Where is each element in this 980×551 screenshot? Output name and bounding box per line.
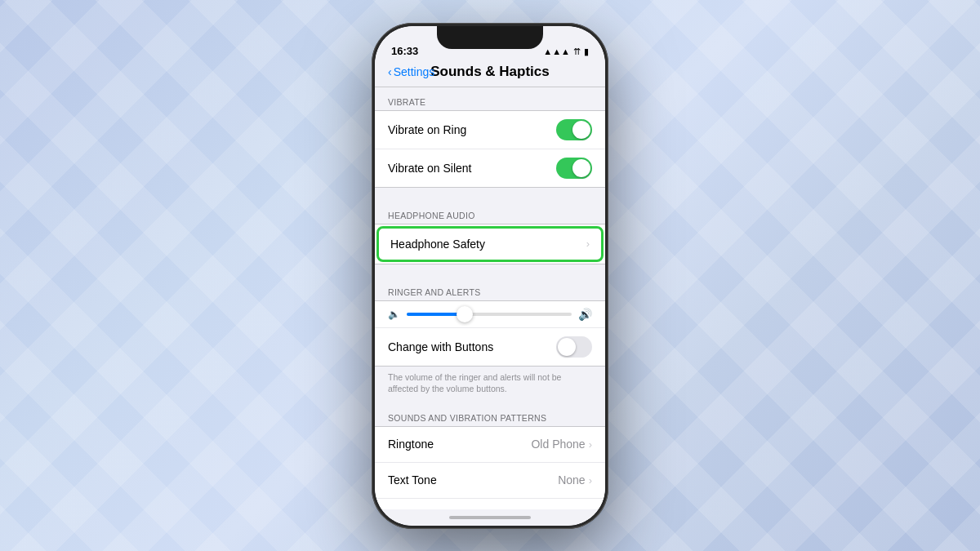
toggle-knob <box>572 121 590 139</box>
sounds-patterns-section: SOUNDS AND VIBRATION PATTERNS Ringtone O… <box>375 403 605 509</box>
status-icons: ▲▲▲ ⇈ ▮ <box>543 47 589 57</box>
change-with-buttons-toggle[interactable] <box>556 336 592 358</box>
home-indicator[interactable] <box>375 509 605 526</box>
toggle-knob-3 <box>558 338 576 356</box>
navigation-bar: ‹ Settings Sounds & Haptics <box>375 62 605 87</box>
ringer-note: The volume of the ringer and alerts will… <box>375 367 605 403</box>
ringtone-chevron: › <box>589 438 592 451</box>
phone-inner: 16:33 ▲▲▲ ⇈ ▮ ‹ Settings Sounds & Haptic… <box>375 26 605 526</box>
phone-device: 16:33 ▲▲▲ ⇈ ▮ ‹ Settings Sounds & Haptic… <box>372 23 608 529</box>
wifi-icon: ⇈ <box>573 47 581 57</box>
headphone-safety-label: Headphone Safety <box>390 238 586 251</box>
sounds-patterns-header: SOUNDS AND VIBRATION PATTERNS <box>375 403 605 426</box>
chevron-right-icon: › <box>586 238 590 250</box>
text-tone-chevron: › <box>589 474 592 487</box>
ringtone-row[interactable]: Ringtone Old Phone › <box>375 427 605 463</box>
toggle-knob-2 <box>572 159 590 177</box>
headphone-audio-section: HEADPHONE AUDIO Headphone Safety › <box>375 201 605 264</box>
volume-low-icon: 🔈 <box>388 309 400 320</box>
vibrate-on-silent-label: Vibrate on Silent <box>388 162 556 175</box>
ringtone-label: Ringtone <box>388 438 531 451</box>
vibrate-on-silent-row: Vibrate on Silent <box>375 149 605 187</box>
phone-notch <box>437 26 543 49</box>
headphone-audio-header: HEADPHONE AUDIO <box>375 201 605 224</box>
ringtone-value: Old Phone <box>531 438 585 451</box>
status-time: 16:33 <box>391 45 418 57</box>
settings-content: VIBRATE Vibrate on Ring Vibrate on Silen… <box>375 87 605 509</box>
change-with-buttons-label: Change with Buttons <box>388 340 556 353</box>
phone-screen: 16:33 ▲▲▲ ⇈ ▮ ‹ Settings Sounds & Haptic… <box>375 26 605 526</box>
sounds-patterns-body: Ringtone Old Phone › Text Tone None › Ne… <box>375 426 605 509</box>
volume-slider[interactable] <box>407 313 572 316</box>
change-with-buttons-row: Change with Buttons <box>375 328 605 366</box>
nav-header: ‹ Settings Sounds & Haptics <box>388 64 592 80</box>
vibrate-body: Vibrate on Ring Vibrate on Silent <box>375 110 605 188</box>
chevron-left-icon: ‹ <box>388 65 392 78</box>
home-bar <box>449 516 531 519</box>
headphone-safety-row[interactable]: Headphone Safety › <box>376 226 604 262</box>
spacer-1 <box>375 188 605 201</box>
text-tone-row[interactable]: Text Tone None › <box>375 463 605 499</box>
vibrate-section: VIBRATE Vibrate on Ring Vibrate on Silen… <box>375 87 605 188</box>
spacer-2 <box>375 264 605 278</box>
back-button[interactable]: ‹ Settings <box>388 65 434 78</box>
new-voicemail-row[interactable]: New Voicemail Tri-tone › <box>375 499 605 509</box>
back-label: Settings <box>394 65 435 78</box>
volume-high-icon: 🔊 <box>578 308 592 321</box>
volume-slider-row: 🔈 🔊 <box>375 301 605 328</box>
battery-icon: ▮ <box>584 47 589 57</box>
vibrate-on-ring-row: Vibrate on Ring <box>375 111 605 149</box>
vibrate-header: VIBRATE <box>375 87 605 110</box>
slider-thumb <box>457 306 473 322</box>
vibrate-on-silent-toggle[interactable] <box>556 158 592 179</box>
text-tone-value: None <box>558 473 585 487</box>
vibrate-on-ring-label: Vibrate on Ring <box>388 123 556 136</box>
ringer-header: RINGER AND ALERTS <box>375 278 605 300</box>
ringer-section: RINGER AND ALERTS 🔈 🔊 Change with Button… <box>375 278 605 403</box>
signal-icon: ▲▲▲ <box>543 47 570 56</box>
text-tone-label: Text Tone <box>388 473 558 487</box>
ringer-body: 🔈 🔊 Change with Buttons <box>375 300 605 367</box>
vibrate-on-ring-toggle[interactable] <box>556 119 592 140</box>
